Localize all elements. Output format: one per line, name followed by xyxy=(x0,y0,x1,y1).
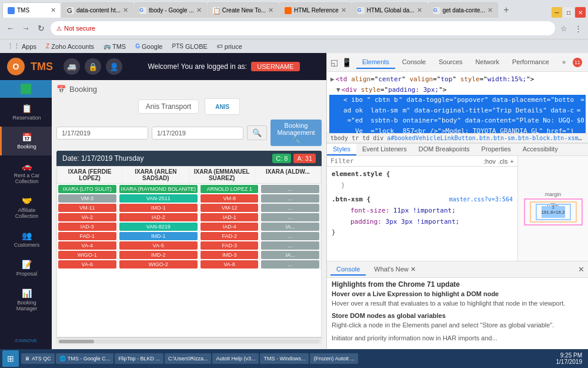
tab-close-3[interactable]: ✕ xyxy=(196,6,202,14)
cell-1-8[interactable]: VA-6 xyxy=(58,260,116,268)
date-to-input[interactable] xyxy=(152,127,243,140)
cell-2-5[interactable]: IMD-1 xyxy=(119,232,198,240)
bookmark-globe[interactable]: PTS GLOBE xyxy=(169,42,209,51)
tab-close-6[interactable]: ✕ xyxy=(417,6,422,14)
cell-4-7[interactable]: IA... xyxy=(261,251,319,259)
cell-1-1[interactable]: VM-3 xyxy=(58,194,116,203)
devtools-tab-console[interactable]: Console xyxy=(396,56,432,69)
cell-1-3[interactable]: VA-2 xyxy=(58,213,116,221)
cell-4-6[interactable]: ... xyxy=(261,241,319,250)
taskbar-item-tms[interactable]: 🌐 TMS - Google C... xyxy=(56,353,114,364)
cell-1-0[interactable]: IXARA (LITO SULIT) xyxy=(58,185,116,193)
devtools-tab-more[interactable]: » xyxy=(556,56,572,69)
bookmark-apps[interactable]: ⋮⋮ Apps xyxy=(5,41,39,51)
bookmark-priuce[interactable]: 🏷 priuce xyxy=(215,42,245,51)
cell-4-0[interactable]: ... xyxy=(261,185,319,193)
console-tab-console[interactable]: Console xyxy=(330,264,366,276)
sidebar-item-customers[interactable]: 👥 Customers xyxy=(0,225,52,254)
cell-3-5[interactable]: FAD-2 xyxy=(201,232,259,240)
styles-tab-dom-breakpoints[interactable]: DOM Breakpoints xyxy=(413,144,476,155)
pseudo-filter[interactable]: :hov xyxy=(483,158,496,165)
styles-tab-properties[interactable]: Properties xyxy=(476,144,517,155)
cell-2-4[interactable]: VAN-8219 xyxy=(119,223,198,231)
tab-tms[interactable]: TMS ✕ xyxy=(2,2,61,18)
devtools-tab-network[interactable]: Network xyxy=(470,56,505,69)
taskbar-item-autoit-help[interactable]: AutoIt Help (v3... xyxy=(212,353,259,364)
taskbar-item-users[interactable]: C:\Users\Rizza... xyxy=(165,353,212,364)
cell-4-8[interactable]: ... xyxy=(261,260,319,268)
back-button[interactable]: ← xyxy=(5,22,16,34)
header-icon-2[interactable]: 🔒 xyxy=(85,58,101,75)
search-button[interactable]: 🔍 xyxy=(247,125,267,140)
bookmark-star-icon[interactable]: ☆ xyxy=(559,23,569,34)
devtools-mobile-icon[interactable]: 📱 xyxy=(342,58,352,67)
sidebar-item-booking[interactable]: 📅 Booking xyxy=(0,127,52,155)
minimize-button[interactable]: ─ xyxy=(552,7,562,18)
devtools-tab-elements[interactable]: Elements xyxy=(356,56,395,69)
elements-tree[interactable]: ▶ <td align="center" valign="top" style=… xyxy=(327,72,588,133)
cell-1-7[interactable]: WIGO-1 xyxy=(58,251,116,259)
cell-4-2[interactable]: ... xyxy=(261,204,319,212)
add-rule[interactable]: + xyxy=(510,158,514,165)
header-avatar[interactable]: 👤 xyxy=(106,58,122,75)
tab-html-global[interactable]: G HTML Global da... ✕ xyxy=(352,2,427,18)
cell-3-1[interactable]: VM-8 xyxy=(201,194,259,203)
tab-close-2[interactable]: ✕ xyxy=(123,6,128,14)
tree-line-2[interactable]: ▼ <div style="padding: 3px;"> xyxy=(329,85,586,95)
cell-1-2[interactable]: VM-11 xyxy=(58,204,116,212)
cell-4-5[interactable]: ... xyxy=(261,232,319,240)
date-from-input[interactable] xyxy=(56,127,148,140)
cell-2-2[interactable]: IMO-1 xyxy=(119,204,198,212)
cell-4-4[interactable]: IA... xyxy=(261,223,319,231)
cell-2-7[interactable]: IMD-2 xyxy=(119,251,198,259)
header-icon-1[interactable]: 🚐 xyxy=(64,58,80,75)
cls-filter[interactable]: .cls xyxy=(498,158,508,165)
cell-4-1[interactable]: ... xyxy=(261,194,319,203)
cell-4-3[interactable]: ... xyxy=(261,213,319,221)
tree-arrow-1[interactable]: ▶ xyxy=(330,74,335,85)
booking-management-button[interactable]: Booking Management 🔧 xyxy=(270,120,322,146)
taskbar-item-fliptop[interactable]: FlipTop - BLKD ... xyxy=(115,353,163,364)
refresh-button[interactable]: ↻ xyxy=(35,22,47,34)
horizontal-scrollbar[interactable] xyxy=(56,337,322,344)
cell-2-3[interactable]: IAD-2 xyxy=(119,213,198,221)
sidebar-item-affiliate[interactable]: 🤝 Affiliate Collection xyxy=(0,190,52,225)
cell-2-1[interactable]: VAN-2511 xyxy=(119,194,198,203)
devtools-tab-sources[interactable]: Sources xyxy=(433,56,468,69)
taskbar-item-tms-windows[interactable]: TMS - Windows... xyxy=(260,353,309,364)
bookmark-tms[interactable]: 🚌 TMS xyxy=(101,42,128,51)
scroll-thumb[interactable] xyxy=(59,340,94,343)
devtools-more-icon[interactable]: ⋮ xyxy=(586,58,588,67)
cell-3-4[interactable]: IAD-4 xyxy=(201,223,259,231)
cell-2-6[interactable]: VA-5 xyxy=(119,241,198,250)
console-tab-whats-new[interactable]: What's New ✕ xyxy=(368,264,421,275)
taskbar-item-ats[interactable]: 🖥 ATS QC xyxy=(21,353,55,364)
tab-close-5[interactable]: ✕ xyxy=(341,6,346,14)
sidebar-item-proposal[interactable]: 📝 Proposal xyxy=(0,254,52,283)
bookmark-zoho[interactable]: Z Zoho Accounts xyxy=(44,42,96,51)
tree-line-3-selected[interactable]: <a id="bookedVehicleLinkButton" class="b… xyxy=(329,95,586,133)
cell-3-8[interactable]: VA-8 xyxy=(201,260,259,268)
tab-close-tms[interactable]: ✕ xyxy=(51,6,56,14)
close-button[interactable]: ✕ xyxy=(575,7,586,18)
styles-tab-accessibility[interactable]: Accessibility xyxy=(517,144,564,155)
bookmark-google[interactable]: G Google xyxy=(133,42,165,51)
styles-filter-input[interactable] xyxy=(330,157,483,165)
rule-source[interactable]: master.css?v=3:564 xyxy=(449,194,513,205)
cell-3-7[interactable]: IMD-3 xyxy=(201,251,259,259)
styles-tab-styles[interactable]: Styles xyxy=(327,144,356,155)
cell-2-0[interactable]: IXARA (RAYMOND BOLANITE) xyxy=(119,185,198,193)
devtools-tab-performance[interactable]: Performance xyxy=(506,56,555,69)
cell-3-6[interactable]: FAD-3 xyxy=(201,241,259,250)
devtools-inspect-icon[interactable]: ◱ xyxy=(330,58,338,67)
styles-tab-event-listeners[interactable]: Event Listeners xyxy=(356,144,413,155)
address-input[interactable]: ⚠ Not secure xyxy=(51,21,555,35)
tab-create-new[interactable]: 📋 Create New To... ✕ xyxy=(208,2,279,18)
sidebar-item-reservation[interactable]: 📋 Reservation xyxy=(0,98,52,127)
cell-1-5[interactable]: FAD-1 xyxy=(58,232,116,240)
tab-get-data[interactable]: G get data-conte... ✕ xyxy=(428,2,498,18)
tab-close-4[interactable]: ✕ xyxy=(268,6,273,14)
forward-button[interactable]: → xyxy=(20,22,32,34)
maximize-button[interactable]: □ xyxy=(563,7,574,18)
sidebar-item-rent-a-car[interactable]: 🚗 Rent a Car Collection xyxy=(0,155,52,190)
